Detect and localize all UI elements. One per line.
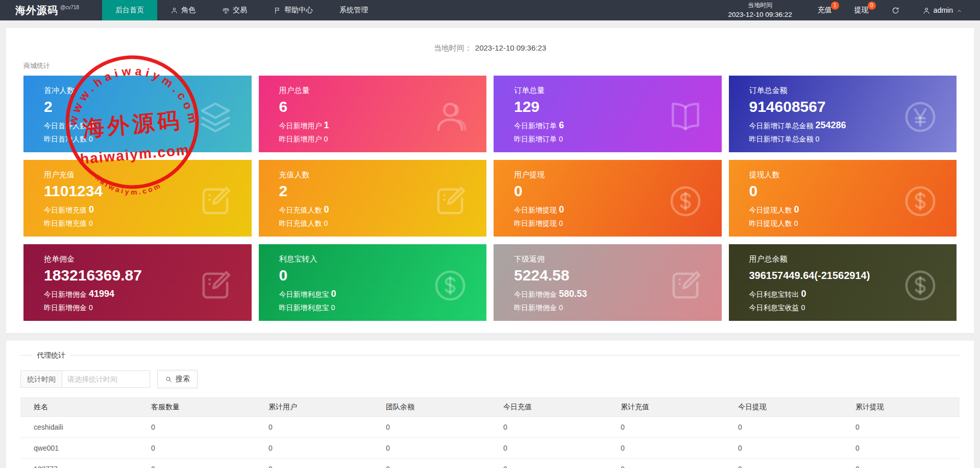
table-header-cell: 累计用户 [255, 398, 373, 417]
refresh-button[interactable] [880, 0, 911, 20]
card-title: 用户总量 [279, 86, 475, 96]
stat-card-1: 首冲人数2今日首冲人数0昨日首冲人数0 [23, 76, 252, 152]
card-today-value: 6 [559, 120, 564, 130]
card-yesterday-line: 昨日新增用户0 [279, 135, 475, 144]
user-icon [170, 7, 178, 14]
recharge-button[interactable]: 充值 1 [806, 0, 843, 20]
card-yesterday-value: 0 [324, 135, 328, 143]
local-time-label: 当地时间 [748, 1, 772, 10]
nav-tab-4[interactable]: 帮助中心 [260, 0, 326, 20]
table-cell: 0 [607, 417, 725, 438]
table-row-3: 1237770000000 [20, 459, 960, 468]
table-header-cell: 今日提现 [725, 398, 842, 417]
card-icon-wrap [901, 267, 939, 305]
stat-time-input[interactable] [62, 370, 150, 388]
table-cell: 0 [725, 438, 842, 459]
user-menu[interactable]: admin [911, 0, 980, 20]
table-header-cell: 今日充值 [490, 398, 607, 417]
username: admin [934, 6, 953, 14]
navbar: 海外源码 @cv718 后台首页角色交易帮助中心系统管理 当地时间 2023-1… [0, 0, 980, 20]
table-cell: 0 [842, 438, 960, 459]
card-yesterday-value: 0 [324, 219, 328, 227]
nav-tab-label: 系统管理 [339, 6, 368, 15]
table-cell: 0 [255, 417, 373, 438]
card-icon-wrap [901, 98, 939, 136]
table-cell: 0 [138, 459, 255, 468]
card-today-value: 0 [559, 204, 564, 215]
stat-card-11: 下级返佣5224.58今日新增佣金580.53昨日新增佣金0 [494, 244, 722, 321]
card-icon-wrap [667, 267, 704, 305]
table-header-cell: 累计充值 [607, 398, 725, 417]
table-header-cell: 姓名 [20, 398, 138, 417]
dollar-circle-icon [901, 267, 939, 305]
card-title: 订单总量 [514, 86, 709, 96]
card-today-value: 0 [89, 204, 94, 215]
stat-card-12: 用户总余额396157449.64(-21562914)今日利息宝转出0今日利息… [729, 244, 957, 321]
stat-cards-grid: 首冲人数2今日首冲人数0昨日首冲人数0用户总量6今日新增用户1昨日新增用户0订单… [17, 76, 963, 321]
card-title: 提现人数 [749, 170, 945, 180]
card-yesterday-value: 0 [559, 135, 563, 143]
table-cell: 0 [138, 438, 255, 459]
table-cell: 0 [607, 438, 725, 459]
table-cell: 0 [607, 459, 725, 468]
withdraw-badge: 0 [868, 2, 876, 10]
card-title: 抢单佣金 [44, 254, 239, 264]
edit-icon [667, 267, 704, 305]
card-icon-wrap [197, 267, 234, 305]
navbar-local-time: 当地时间 2023-12-10 09:36:22 [714, 0, 806, 20]
table-header-row: 姓名客服数量累计用户团队余额今日充值累计充值今日提现累计提现 [20, 398, 960, 417]
card-today-value: 0 [794, 204, 799, 215]
card-yesterday-value: 0 [794, 219, 798, 227]
nav-tab-2[interactable]: 角色 [157, 0, 209, 20]
table-cell: 0 [138, 417, 255, 438]
scales-icon [222, 7, 230, 14]
card-icon-wrap [431, 267, 469, 305]
card-yesterday-line: 昨日新增利息宝0 [279, 303, 475, 313]
nav-tab-label: 交易 [233, 6, 247, 15]
card-yesterday-value: 0 [559, 303, 563, 312]
card-yesterday-line: 昨日新增佣金0 [44, 303, 239, 313]
card-icon-wrap [431, 98, 469, 136]
card-icon-wrap [901, 182, 939, 220]
brand-name: 海外源码 [15, 4, 58, 17]
card-today-value: 254286 [816, 120, 846, 130]
table-cell: 123777 [20, 459, 138, 468]
brand-version: @cv718 [60, 5, 79, 10]
card-yesterday-line: 昨日充值人数0 [279, 219, 475, 228]
card-title: 首冲人数 [44, 86, 239, 96]
search-button-label: 搜索 [176, 375, 190, 384]
table-cell: 0 [842, 417, 960, 438]
table-header-cell: 累计提现 [842, 398, 960, 417]
stat-card-10: 利息宝转入0今日新增利息宝0昨日新增利息宝0 [259, 244, 487, 321]
card-title: 用户总余额 [749, 254, 945, 264]
nav-tab-5[interactable]: 系统管理 [326, 0, 381, 20]
book-icon [667, 98, 704, 136]
table-header-cell: 团队余额 [373, 398, 490, 417]
section-title-shop-stats: 商城统计 [23, 61, 963, 71]
search-button[interactable]: 搜索 [157, 370, 198, 388]
nav-tab-3[interactable]: 交易 [209, 0, 260, 20]
nav-tab-label: 帮助中心 [284, 6, 313, 15]
edit-icon [197, 182, 234, 220]
table-cell: ceshidaili [20, 417, 138, 438]
card-icon-wrap [667, 182, 704, 220]
nav-tab-label: 角色 [181, 6, 195, 15]
card-yesterday-line: 昨日新增订单总金额0 [749, 135, 945, 144]
card-yesterday-line: 昨日首冲人数0 [44, 135, 239, 144]
stat-card-6: 充值人数2今日充值人数0昨日充值人数0 [259, 160, 487, 237]
user-big-icon [431, 98, 469, 136]
brand-logo[interactable]: 海外源码 @cv718 [0, 0, 102, 20]
flag-icon [274, 7, 281, 14]
table-cell: 0 [490, 417, 607, 438]
layers-icon [197, 98, 234, 136]
withdraw-label: 提现 [854, 6, 869, 15]
dollar-circle-icon [901, 182, 939, 220]
card-yesterday-value: 0 [816, 135, 820, 143]
card-today-value: 41994 [89, 289, 114, 299]
card-yesterday-value: 0 [89, 303, 93, 312]
card-yesterday-line: 昨日新增订单0 [514, 135, 709, 144]
withdraw-button[interactable]: 提现 0 [843, 0, 880, 20]
stat-card-8: 提现人数0今日提现人数0昨日提现人数0 [729, 160, 957, 237]
card-today-value: 1 [324, 120, 329, 130]
nav-tab-1[interactable]: 后台首页 [102, 0, 157, 20]
